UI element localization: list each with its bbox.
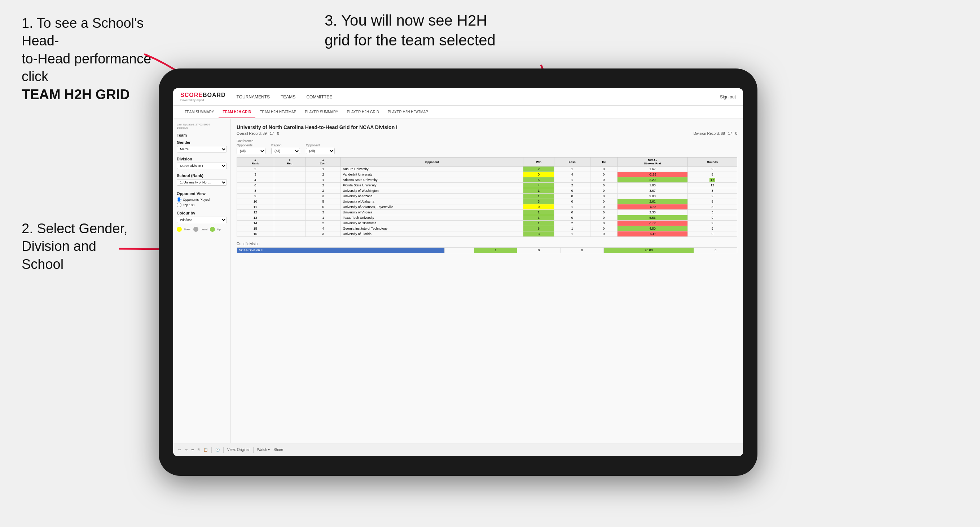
tab-team-h2h-grid[interactable]: TEAM H2H GRID bbox=[219, 106, 256, 118]
cell-division: NCAA Division II bbox=[237, 248, 445, 253]
cell-rank: 9 bbox=[237, 194, 274, 199]
division-select[interactable]: NCAA Division I bbox=[177, 163, 227, 169]
opponent-filter-label: Opponent bbox=[306, 143, 335, 147]
cell-conf: 2 bbox=[305, 221, 341, 226]
sub-nav: TEAM SUMMARY TEAM H2H GRID TEAM H2H HEAT… bbox=[173, 106, 743, 119]
cell-loss: 1 bbox=[554, 226, 590, 232]
nav-sign-out[interactable]: Sign out bbox=[720, 94, 736, 100]
opponent-select[interactable]: (All) bbox=[306, 148, 335, 154]
opponent-view-radios: Opponents Played Top 100 bbox=[177, 197, 227, 207]
cell-diff: 26.00 bbox=[603, 248, 694, 253]
cell-conf: 2 bbox=[305, 172, 341, 177]
cell-loss: 1 bbox=[554, 177, 590, 183]
toolbar-copy[interactable]: ⎘ bbox=[198, 448, 200, 452]
cell-win: 0 bbox=[523, 172, 554, 177]
conference-filter: Conference Opponents: (All) bbox=[237, 139, 266, 154]
cell-rank: 14 bbox=[237, 221, 274, 226]
cell-reg bbox=[274, 205, 305, 210]
cell-win: 3 bbox=[523, 199, 554, 205]
cell-reg bbox=[274, 232, 305, 237]
tab-player-summary[interactable]: PLAYER SUMMARY bbox=[301, 106, 342, 118]
toolbar-watch[interactable]: Watch ▾ bbox=[257, 448, 270, 452]
cell-loss: 0 bbox=[554, 199, 590, 205]
swatch-level bbox=[193, 227, 198, 232]
conference-select[interactable]: (All) bbox=[237, 148, 266, 154]
cell-rounds: 17 bbox=[688, 177, 737, 183]
nav-teams[interactable]: TEAMS bbox=[281, 93, 295, 101]
toolbar-share[interactable]: Share bbox=[274, 448, 283, 452]
cell-rounds: 9 bbox=[688, 232, 737, 237]
tab-team-h2h-heatmap[interactable]: TEAM H2H HEATMAP bbox=[255, 106, 301, 118]
school-select[interactable]: 1. University of Nort... bbox=[177, 179, 227, 186]
nav-tournaments[interactable]: TOURNAMENTS bbox=[237, 93, 270, 101]
cell-reg bbox=[274, 199, 305, 205]
division-label: Division bbox=[177, 157, 227, 161]
cell-reg bbox=[274, 172, 305, 177]
cell-reg bbox=[274, 221, 305, 226]
swatch-up bbox=[210, 227, 215, 232]
cell-tie: 0 bbox=[560, 248, 604, 253]
colour-by-select[interactable]: Win/loss bbox=[177, 217, 227, 223]
tab-player-h2h-grid[interactable]: PLAYER H2H GRID bbox=[343, 106, 383, 118]
filter-row: Conference Opponents: (All) Region (All) bbox=[237, 139, 737, 154]
opponent-view-label: Opponent View bbox=[177, 191, 227, 196]
nav-committee[interactable]: COMMITTEE bbox=[306, 93, 332, 101]
cell-diff: 1.83 bbox=[617, 183, 687, 188]
toolbar-clock[interactable]: 🕐 bbox=[215, 448, 220, 452]
toolbar-divider-3 bbox=[253, 447, 254, 453]
cell-conf: 5 bbox=[305, 199, 341, 205]
region-select[interactable]: (All) bbox=[271, 148, 300, 154]
logo-black: BOARD bbox=[203, 92, 226, 98]
radio-top100[interactable]: Top 100 bbox=[177, 203, 227, 207]
cell-reg bbox=[274, 194, 305, 199]
cell-loss: 0 bbox=[517, 248, 560, 253]
radio-opponents-played[interactable]: Opponents Played bbox=[177, 197, 227, 202]
cell-opponent: University of Alabama bbox=[341, 199, 523, 205]
toolbar-back[interactable]: ⬅ bbox=[191, 448, 194, 452]
cell-tie: 0 bbox=[590, 199, 617, 205]
cell-loss: 1 bbox=[554, 232, 590, 237]
tab-player-h2h-heatmap[interactable]: PLAYER H2H HEATMAP bbox=[383, 106, 433, 118]
cell-loss: 0 bbox=[554, 215, 590, 221]
cell-rounds: 9 bbox=[688, 226, 737, 232]
annotation-1: 1. To see a School's Head- to-Head perfo… bbox=[22, 14, 180, 103]
cell-diff: 4.50 bbox=[617, 226, 687, 232]
cell-opponent: University of Arkansas, Fayetteville bbox=[341, 205, 523, 210]
opponents-label: Opponents: bbox=[237, 143, 266, 147]
cell-tie: 0 bbox=[590, 221, 617, 226]
tablet-screen: SCOREBOARD Powered by clippd TOURNAMENTS… bbox=[173, 88, 743, 456]
cell-opponent: University of Florida bbox=[341, 232, 523, 237]
cell-opp bbox=[444, 248, 474, 253]
table-row: 6 2 Florida State University 4 2 0 1.83 … bbox=[237, 183, 737, 188]
tab-team-summary[interactable]: TEAM SUMMARY bbox=[180, 106, 219, 118]
table-row: 3 2 Vanderbilt University 0 4 0 -2.29 8 bbox=[237, 172, 737, 177]
cell-win: 1 bbox=[523, 194, 554, 199]
cell-tie: 0 bbox=[590, 232, 617, 237]
out-of-division-table: NCAA Division II 1 0 0 26.00 3 bbox=[237, 247, 737, 253]
col-loss: Loss bbox=[554, 157, 590, 167]
cell-win: 3 bbox=[523, 215, 554, 221]
cell-win: 6 bbox=[523, 226, 554, 232]
cell-rounds: 12 bbox=[688, 183, 737, 188]
cell-rounds: 2 bbox=[688, 194, 737, 199]
cell-conf: 2 bbox=[305, 188, 341, 194]
cell-rank: 11 bbox=[237, 205, 274, 210]
toolbar-view[interactable]: View: Original bbox=[227, 448, 250, 452]
cell-diff: 3.67 bbox=[617, 188, 687, 194]
grid-records: Overall Record: 89 - 17 - 0 Division Rec… bbox=[237, 132, 737, 135]
cell-diff: 1.67 bbox=[617, 167, 687, 172]
toolbar-undo[interactable]: ↩ bbox=[178, 448, 181, 452]
division-record: Division Record: 88 - 17 - 0 bbox=[694, 132, 737, 135]
cell-win: 2 bbox=[523, 167, 554, 172]
toolbar-redo[interactable]: ↪ bbox=[185, 448, 188, 452]
bottom-toolbar: ↩ ↪ ⬅ ⎘ 📋 🕐 View: Original Watch ▾ Share bbox=[173, 443, 743, 456]
grid-content: University of North Carolina Head-to-Hea… bbox=[231, 119, 743, 443]
cell-rank: 6 bbox=[237, 183, 274, 188]
toolbar-paste[interactable]: 📋 bbox=[204, 448, 208, 452]
annotation-1-line2: to-Head performance click bbox=[22, 51, 151, 84]
cell-diff: 5.56 bbox=[617, 215, 687, 221]
cell-win: 1 bbox=[474, 248, 517, 253]
gender-select[interactable]: Men's bbox=[177, 146, 227, 152]
cell-tie: 0 bbox=[590, 167, 617, 172]
cell-tie: 0 bbox=[590, 215, 617, 221]
